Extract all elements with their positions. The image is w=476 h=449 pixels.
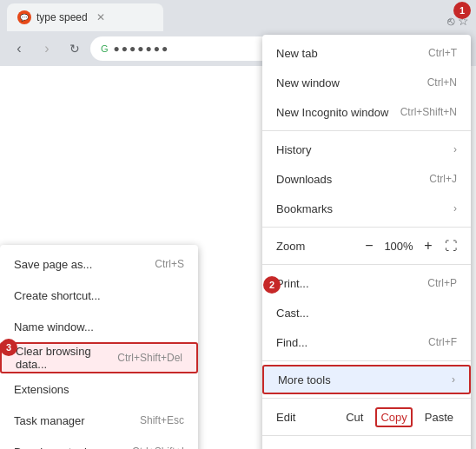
- submenu-extensions-label: Extensions: [14, 383, 69, 396]
- tab-title: type speed: [36, 11, 88, 23]
- edit-label: Edit: [276, 411, 295, 424]
- menu-history-arrow: ›: [453, 143, 457, 155]
- menu-history-label: History: [276, 143, 311, 156]
- menu-new-window-shortcut: Ctrl+N: [427, 76, 457, 89]
- submenu-save-shortcut: Ctrl+S: [155, 258, 184, 270]
- menu-find-label: Find...: [276, 336, 307, 349]
- tab-favicon: 💬: [17, 10, 31, 24]
- reload-button[interactable]: ↻: [63, 36, 87, 61]
- submenu-shortcut-label: Create shortcut...: [14, 289, 101, 302]
- menu-new-tab[interactable]: New tab Ctrl+T: [262, 38, 471, 68]
- main-dropdown: New tab Ctrl+T New window Ctrl+N New Inc…: [262, 35, 471, 449]
- submenu-item-save[interactable]: Save page as... Ctrl+S: [0, 248, 198, 280]
- divider-2: [262, 227, 471, 228]
- menu-bookmarks-label: Bookmarks: [276, 202, 333, 215]
- submenu-clear-shortcut: Ctrl+Shift+Del: [117, 352, 182, 364]
- submenu-clear-label: Clear browsing data...: [16, 345, 117, 371]
- submenu-namewindow-label: Name window...: [14, 320, 94, 333]
- menu-print-label: Print...: [276, 277, 309, 290]
- menu-more-tools-label: More tools: [278, 373, 331, 386]
- menu-history[interactable]: History ›: [262, 135, 471, 164]
- submenu-devtools-label: Developer tools: [14, 446, 92, 450]
- menu-incognito[interactable]: New Incognito window Ctrl+Shift+N: [262, 97, 471, 127]
- badge-2: 2: [263, 276, 281, 294]
- tab-close-icon[interactable]: ✕: [96, 11, 105, 23]
- menu-bookmarks-arrow: ›: [453, 202, 457, 215]
- active-tab[interactable]: 💬 type speed ✕: [7, 3, 163, 31]
- divider-3: [262, 264, 471, 265]
- menu-new-tab-label: New tab: [276, 47, 318, 60]
- menu-bookmarks[interactable]: Bookmarks ›: [262, 194, 471, 223]
- url-text: ●●●●●●●: [114, 43, 170, 55]
- menu-settings[interactable]: Settings: [262, 439, 471, 449]
- site-icon: G: [101, 43, 109, 54]
- divider-5: [262, 398, 471, 399]
- menu-new-tab-shortcut: Ctrl+T: [428, 47, 457, 59]
- menu-new-window[interactable]: New window Ctrl+N: [262, 68, 471, 97]
- menu-incognito-shortcut: Ctrl+Shift+N: [400, 106, 457, 118]
- menu-print-shortcut: Ctrl+P: [427, 277, 457, 289]
- badge-1: 1: [453, 2, 471, 19]
- menu-incognito-label: New Incognito window: [276, 106, 388, 119]
- menu-more-tools-arrow: ›: [452, 373, 455, 386]
- menu-find-shortcut: Ctrl+F: [428, 336, 457, 348]
- forward-button[interactable]: ›: [35, 36, 59, 61]
- submenu-devtools-shortcut: Ctrl+Shift+I: [132, 446, 184, 449]
- menu-find[interactable]: Find... Ctrl+F: [262, 327, 471, 357]
- zoom-plus-btn[interactable]: +: [420, 238, 436, 254]
- more-tools-submenu: Save page as... Ctrl+S Create shortcut..…: [0, 245, 198, 449]
- submenu-save-label: Save page as...: [14, 258, 92, 271]
- submenu-item-shortcut[interactable]: Create shortcut...: [0, 280, 198, 311]
- zoom-label: Zoom: [276, 240, 305, 253]
- menu-downloads[interactable]: Downloads Ctrl+J: [262, 164, 471, 194]
- menu-more-tools[interactable]: More tools ›: [262, 365, 471, 394]
- submenu-taskmanager-shortcut: Shift+Esc: [140, 414, 184, 426]
- menu-downloads-shortcut: Ctrl+J: [429, 173, 457, 185]
- cut-button[interactable]: Cut: [342, 409, 367, 426]
- zoom-row: Zoom − 100% + ⛶: [262, 231, 471, 261]
- zoom-minus-btn[interactable]: −: [361, 238, 377, 254]
- paste-button[interactable]: Paste: [421, 409, 457, 426]
- submenu-item-taskmanager[interactable]: Task manager Shift+Esc: [0, 405, 198, 436]
- menu-new-window-label: New window: [276, 76, 340, 89]
- divider-4: [262, 360, 471, 361]
- submenu-item-devtools[interactable]: Developer tools Ctrl+Shift+I: [0, 436, 198, 449]
- menu-cast[interactable]: Cast...: [262, 298, 471, 327]
- share-icon[interactable]: ⎋: [447, 14, 454, 28]
- submenu-taskmanager-label: Task manager: [14, 414, 85, 427]
- menu-downloads-label: Downloads: [276, 173, 332, 186]
- submenu-item-namewindow[interactable]: Name window...: [0, 311, 198, 342]
- back-button[interactable]: ‹: [7, 36, 31, 61]
- edit-row: Edit Cut Copy Paste: [262, 402, 471, 432]
- browser-tab-bar: 💬 type speed ✕ ⎋ ☆: [0, 0, 476, 31]
- submenu-item-extensions[interactable]: Extensions: [0, 373, 198, 405]
- menu-print[interactable]: Print... Ctrl+P: [262, 268, 471, 298]
- zoom-fullscreen-icon[interactable]: ⛶: [445, 239, 457, 253]
- divider-1: [262, 130, 471, 131]
- badge-3: 3: [0, 339, 17, 356]
- divider-6: [262, 435, 471, 436]
- submenu-item-clear[interactable]: Clear browsing data... Ctrl+Shift+Del: [0, 342, 198, 373]
- copy-button[interactable]: Copy: [375, 407, 412, 427]
- menu-cast-label: Cast...: [276, 307, 309, 320]
- zoom-value: 100%: [382, 240, 415, 253]
